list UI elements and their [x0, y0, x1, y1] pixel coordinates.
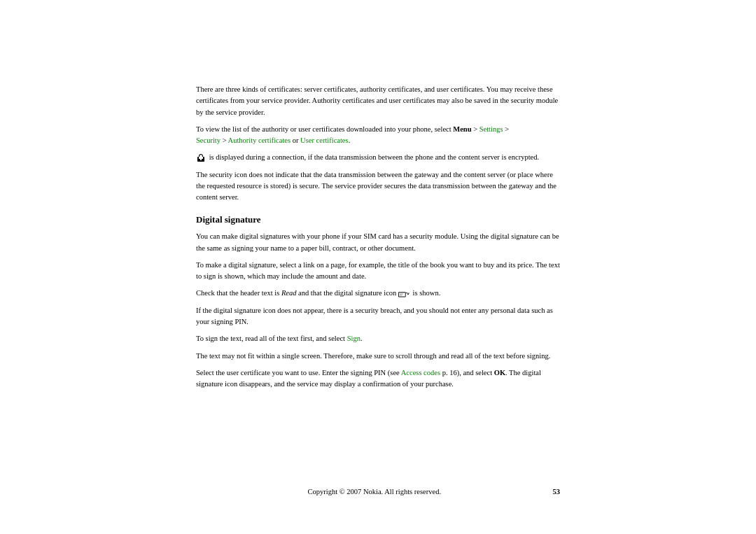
ds-check-prefix: Check that the header text is [196, 289, 281, 297]
ds-ok-text: OK [494, 369, 505, 377]
intro-paragraph-1: There are three kinds of certificates: s… [196, 84, 560, 118]
ds-paragraph-1: You can make digital signatures with you… [196, 231, 560, 254]
ds-page-ref: p. 16 [440, 369, 457, 377]
content-area: There are three kinds of certificates: s… [196, 56, 560, 423]
ds-paragraph-5: To sign the text, read all of the text f… [196, 333, 560, 344]
ds-text-4: If the digital signature icon does not a… [196, 307, 553, 325]
security-text: The security icon does not indicate that… [196, 171, 556, 202]
ds-check-end: is shown. [413, 289, 441, 297]
copyright-text: Copyright © 2007 Nokia. All rights reser… [196, 488, 553, 496]
svg-rect-5 [400, 294, 403, 295]
ds-paragraph-2: To make a digital signature, select a li… [196, 260, 560, 283]
menu-link: Menu [453, 125, 471, 133]
svg-rect-2 [200, 158, 202, 160]
ds-text-1: You can make digital signatures with you… [196, 232, 559, 251]
settings-link[interactable]: Settings [479, 125, 503, 133]
page: There are three kinds of certificates: s… [0, 0, 756, 534]
intro-text-1: There are three kinds of certificates: s… [196, 85, 558, 116]
sig-icon [398, 289, 413, 297]
ds-paragraph-7: Select the user certificate you want to … [196, 367, 560, 391]
intro-paragraph-2: To view the list of the authority or use… [196, 124, 560, 147]
ds-read-text: Read [281, 289, 297, 297]
svg-rect-6 [400, 295, 402, 295]
user-certs-link[interactable]: User certificates [300, 136, 349, 144]
page-footer: Copyright © 2007 Nokia. All rights reser… [196, 488, 560, 496]
ds-text-6: The text may not fit within a single scr… [196, 352, 550, 360]
ds-text-2: To make a digital signature, select a li… [196, 261, 560, 280]
ds-paragraph-4: If the digital signature icon does not a… [196, 305, 560, 328]
lock-paragraph: is displayed during a connection, if the… [196, 152, 560, 163]
lock-text: is displayed during a connection, if the… [209, 153, 540, 161]
security-link[interactable]: Security [196, 136, 220, 144]
ds-paragraph-6: The text may not fit within a single scr… [196, 351, 560, 362]
ds-cert-middle: ), and select [457, 369, 494, 377]
lock-icon [196, 153, 209, 161]
svg-rect-4 [399, 293, 405, 296]
ds-cert-prefix: Select the user certificate you want to … [196, 369, 401, 377]
ds-paragraph-3: Check that the header text is Read and t… [196, 288, 560, 299]
ds-sign-end: . [360, 335, 363, 342]
security-paragraph: The security icon does not indicate that… [196, 169, 560, 204]
intro-prefix: To view the list of the authority or use… [196, 125, 453, 133]
ds-check-middle: and that the digital signature icon [296, 289, 398, 297]
authority-certs-link[interactable]: Authority certificates [228, 136, 291, 144]
digital-signature-heading: Digital signature [196, 214, 560, 225]
sign-link[interactable]: Sign [347, 335, 360, 342]
ds-sign-prefix: To sign the text, read all of the text f… [196, 335, 347, 342]
access-codes-link[interactable]: Access codes [401, 369, 440, 377]
page-number: 53 [553, 488, 561, 496]
